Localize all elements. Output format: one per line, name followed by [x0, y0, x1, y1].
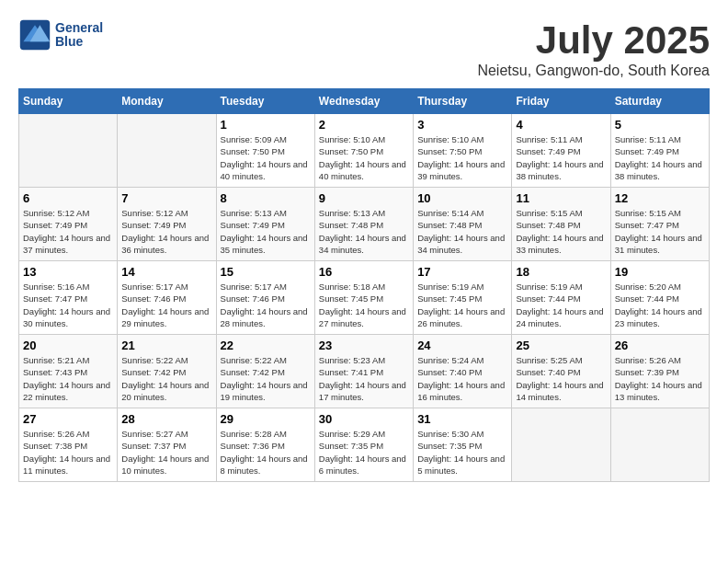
day-info: Sunrise: 5:11 AMSunset: 7:49 PMDaylight:…	[615, 133, 705, 182]
day-cell: 6 Sunrise: 5:12 AMSunset: 7:49 PMDayligh…	[19, 188, 118, 261]
day-cell: 29 Sunrise: 5:28 AMSunset: 7:36 PMDaylig…	[216, 408, 314, 482]
day-number: 28	[121, 412, 211, 426]
day-number: 1	[221, 118, 311, 132]
day-cell: 24 Sunrise: 5:24 AMSunset: 7:40 PMDaylig…	[414, 335, 512, 408]
weekday-header-monday: Monday	[118, 89, 216, 114]
logo-icon	[18, 18, 51, 52]
day-info: Sunrise: 5:28 AMSunset: 7:36 PMDaylight:…	[221, 428, 311, 477]
day-info: Sunrise: 5:21 AMSunset: 7:43 PMDaylight:…	[23, 354, 113, 403]
day-info: Sunrise: 5:17 AMSunset: 7:46 PMDaylight:…	[121, 281, 211, 329]
day-cell: 23 Sunrise: 5:23 AMSunset: 7:41 PMDaylig…	[314, 335, 413, 408]
day-number: 24	[417, 339, 507, 352]
day-info: Sunrise: 5:16 AMSunset: 7:47 PMDaylight:…	[23, 281, 113, 329]
week-row-5: 27 Sunrise: 5:26 AMSunset: 7:38 PMDaylig…	[19, 408, 710, 482]
day-cell: 2 Sunrise: 5:10 AMSunset: 7:50 PMDayligh…	[314, 114, 413, 188]
week-row-1: 1 Sunrise: 5:09 AMSunset: 7:50 PMDayligh…	[19, 114, 710, 188]
logo-line1: General	[55, 21, 103, 35]
day-cell: 11 Sunrise: 5:15 AMSunset: 7:48 PMDaylig…	[512, 188, 610, 261]
day-cell: 8 Sunrise: 5:13 AMSunset: 7:49 PMDayligh…	[216, 188, 314, 261]
day-info: Sunrise: 5:20 AMSunset: 7:44 PMDaylight:…	[615, 281, 705, 329]
day-number: 15	[221, 265, 311, 279]
day-number: 27	[23, 412, 113, 426]
day-info: Sunrise: 5:19 AMSunset: 7:44 PMDaylight:…	[516, 281, 606, 329]
day-number: 8	[221, 191, 311, 205]
day-cell: 12 Sunrise: 5:15 AMSunset: 7:47 PMDaylig…	[610, 188, 709, 261]
location: Neietsu, Gangwon-do, South Korea	[477, 63, 710, 79]
day-number: 25	[516, 339, 606, 352]
day-number: 11	[516, 191, 606, 205]
weekday-header-saturday: Saturday	[610, 89, 709, 114]
day-cell	[19, 114, 118, 188]
day-info: Sunrise: 5:10 AMSunset: 7:50 PMDaylight:…	[417, 133, 507, 182]
week-row-4: 20 Sunrise: 5:21 AMSunset: 7:43 PMDaylig…	[19, 335, 710, 408]
calendar-table: SundayMondayTuesdayWednesdayThursdayFrid…	[18, 88, 710, 482]
day-number: 17	[417, 265, 507, 279]
day-cell: 30 Sunrise: 5:29 AMSunset: 7:35 PMDaylig…	[314, 408, 413, 482]
logo-line2: Blue	[55, 35, 103, 49]
day-cell: 7 Sunrise: 5:12 AMSunset: 7:49 PMDayligh…	[118, 188, 216, 261]
day-cell	[610, 408, 709, 482]
day-number: 13	[23, 265, 113, 279]
day-info: Sunrise: 5:19 AMSunset: 7:45 PMDaylight:…	[417, 281, 507, 329]
day-cell: 13 Sunrise: 5:16 AMSunset: 7:47 PMDaylig…	[19, 261, 118, 335]
title-block: July 2025 Neietsu, Gangwon-do, South Kor…	[477, 18, 710, 79]
day-info: Sunrise: 5:22 AMSunset: 7:42 PMDaylight:…	[121, 354, 211, 403]
weekday-header-friday: Friday	[512, 89, 610, 114]
day-number: 5	[615, 118, 705, 132]
day-info: Sunrise: 5:18 AMSunset: 7:45 PMDaylight:…	[319, 281, 409, 329]
day-number: 3	[417, 118, 507, 132]
day-info: Sunrise: 5:10 AMSunset: 7:50 PMDaylight:…	[319, 133, 409, 182]
day-info: Sunrise: 5:26 AMSunset: 7:39 PMDaylight:…	[615, 354, 705, 403]
day-cell: 10 Sunrise: 5:14 AMSunset: 7:48 PMDaylig…	[414, 188, 512, 261]
weekday-header-row: SundayMondayTuesdayWednesdayThursdayFrid…	[19, 89, 710, 114]
weekday-header-thursday: Thursday	[414, 89, 512, 114]
day-cell: 4 Sunrise: 5:11 AMSunset: 7:49 PMDayligh…	[512, 114, 610, 188]
week-row-2: 6 Sunrise: 5:12 AMSunset: 7:49 PMDayligh…	[19, 188, 710, 261]
day-info: Sunrise: 5:14 AMSunset: 7:48 PMDaylight:…	[417, 207, 507, 256]
day-number: 10	[417, 191, 507, 205]
day-number: 21	[121, 339, 211, 352]
day-cell: 16 Sunrise: 5:18 AMSunset: 7:45 PMDaylig…	[314, 261, 413, 335]
day-number: 2	[319, 118, 409, 132]
day-info: Sunrise: 5:15 AMSunset: 7:48 PMDaylight:…	[516, 207, 606, 256]
day-number: 12	[615, 191, 705, 205]
day-info: Sunrise: 5:30 AMSunset: 7:35 PMDaylight:…	[417, 428, 507, 477]
week-row-3: 13 Sunrise: 5:16 AMSunset: 7:47 PMDaylig…	[19, 261, 710, 335]
day-cell	[118, 114, 216, 188]
day-number: 16	[319, 265, 409, 279]
day-cell: 18 Sunrise: 5:19 AMSunset: 7:44 PMDaylig…	[512, 261, 610, 335]
day-number: 29	[221, 412, 311, 426]
weekday-header-wednesday: Wednesday	[314, 89, 413, 114]
day-info: Sunrise: 5:22 AMSunset: 7:42 PMDaylight:…	[221, 354, 311, 403]
day-info: Sunrise: 5:13 AMSunset: 7:48 PMDaylight:…	[319, 207, 409, 256]
day-number: 31	[417, 412, 507, 426]
day-cell: 9 Sunrise: 5:13 AMSunset: 7:48 PMDayligh…	[314, 188, 413, 261]
day-number: 9	[319, 191, 409, 205]
day-cell: 1 Sunrise: 5:09 AMSunset: 7:50 PMDayligh…	[216, 114, 314, 188]
day-cell: 3 Sunrise: 5:10 AMSunset: 7:50 PMDayligh…	[414, 114, 512, 188]
day-number: 14	[121, 265, 211, 279]
day-number: 19	[615, 265, 705, 279]
day-number: 23	[319, 339, 409, 352]
day-info: Sunrise: 5:15 AMSunset: 7:47 PMDaylight:…	[615, 207, 705, 256]
day-number: 26	[615, 339, 705, 352]
day-cell	[512, 408, 610, 482]
weekday-header-tuesday: Tuesday	[216, 89, 314, 114]
day-cell: 14 Sunrise: 5:17 AMSunset: 7:46 PMDaylig…	[118, 261, 216, 335]
day-number: 6	[23, 191, 113, 205]
day-cell: 20 Sunrise: 5:21 AMSunset: 7:43 PMDaylig…	[19, 335, 118, 408]
day-number: 7	[121, 191, 211, 205]
logo: General Blue	[18, 18, 103, 52]
day-cell: 21 Sunrise: 5:22 AMSunset: 7:42 PMDaylig…	[118, 335, 216, 408]
day-info: Sunrise: 5:24 AMSunset: 7:40 PMDaylight:…	[417, 354, 507, 403]
day-info: Sunrise: 5:29 AMSunset: 7:35 PMDaylight:…	[319, 428, 409, 477]
day-cell: 5 Sunrise: 5:11 AMSunset: 7:49 PMDayligh…	[610, 114, 709, 188]
day-info: Sunrise: 5:11 AMSunset: 7:49 PMDaylight:…	[516, 133, 606, 182]
month-title: July 2025	[477, 18, 710, 63]
day-number: 22	[221, 339, 311, 352]
day-number: 20	[23, 339, 113, 352]
day-info: Sunrise: 5:17 AMSunset: 7:46 PMDaylight:…	[221, 281, 311, 329]
day-info: Sunrise: 5:12 AMSunset: 7:49 PMDaylight:…	[23, 207, 113, 256]
day-number: 30	[319, 412, 409, 426]
day-cell: 27 Sunrise: 5:26 AMSunset: 7:38 PMDaylig…	[19, 408, 118, 482]
